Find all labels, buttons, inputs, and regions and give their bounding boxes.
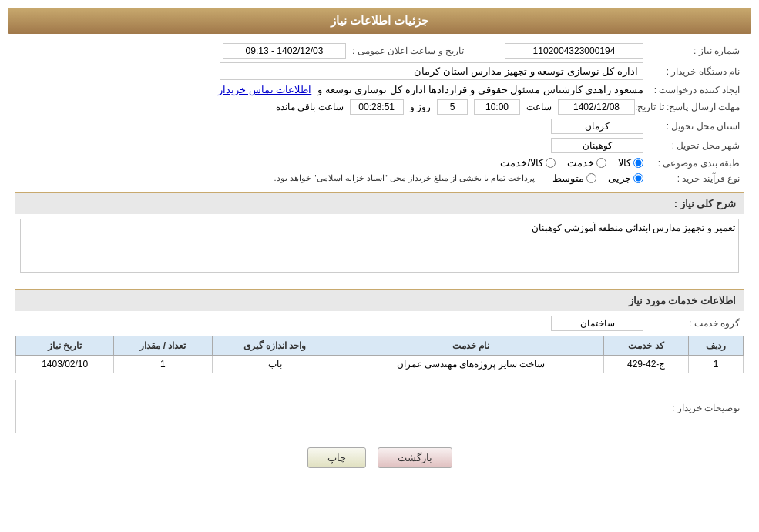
row-noe-farayand: نوع فرآیند خرید : متوسط جزیی پرداخت تمام… <box>15 172 744 184</box>
radio-kala-khadamat[interactable]: کالا/خدمت <box>500 157 556 169</box>
radio-khadamat[interactable]: خدمت <box>567 157 606 169</box>
tabaqe-val: کالا/خدمت خدمت کالا <box>15 157 643 169</box>
radio-kala-label: کالا <box>618 157 631 169</box>
ersal-saat-label: ساعت <box>526 102 552 112</box>
shomare-value: 1102004323000194 <box>505 43 643 59</box>
tosifat-row: توضیحات خریدار : <box>15 380 744 436</box>
shomare-inline: 1102004323000194 تاریخ و ساعت اعلان عموم… <box>15 43 643 59</box>
radio-khadamat-label: خدمت <box>567 157 594 169</box>
ersal-roz: 5 <box>437 99 468 115</box>
table-row: 1ج-42-429ساخت سایر پروژه‌های مهندسی عمرا… <box>16 356 744 373</box>
cell-tarikh: 1403/02/10 <box>16 356 114 373</box>
cell-vahed: باب <box>212 356 338 373</box>
page-header: جزئیات اطلاعات نیاز <box>8 8 751 34</box>
cell-namKhadamat: ساخت سایر پروژه‌های مهندسی عمران <box>338 356 604 373</box>
noe-inline: متوسط جزیی پرداخت تمام یا بخشی از مبلغ خ… <box>15 172 643 184</box>
radio-motovaset-input[interactable] <box>586 173 596 183</box>
ersal-baqi: 00:28:51 <box>350 99 404 115</box>
table-header-row: ردیف کد خدمت نام خدمت واحد اندازه گیری ت… <box>16 336 744 356</box>
noe-radio-group: متوسط جزیی <box>552 172 643 184</box>
row-ijad: ایجاد کننده درخواست : مسعود زاهدی کارشنا… <box>15 84 744 95</box>
col-radif: ردیف <box>688 336 743 356</box>
sharh-koli-section: شرح کلی نیاز : <box>15 192 744 214</box>
sharh-koli-textarea[interactable] <box>20 219 739 273</box>
cell-tedad: 1 <box>114 356 212 373</box>
ersal-baqi-label: ساعت باقی مانده <box>276 102 344 112</box>
sharh-koli-container <box>15 219 744 281</box>
tabaqe-label: طبقه بندی موضوعی : <box>643 158 744 169</box>
tarikh-label: تاریخ و ساعت اعلان عمومی : <box>352 45 468 56</box>
radio-motovaset[interactable]: متوسط <box>552 172 596 184</box>
col-vahed: واحد اندازه گیری <box>212 336 338 356</box>
ijad-value: مسعود زاهدی کارشناس مسئول حقوقی و قراردا… <box>317 84 643 95</box>
namdastgah-val: اداره کل نوسازی توسعه و تجهیز مدارس استا… <box>15 62 643 80</box>
radio-kala-input[interactable] <box>633 158 643 168</box>
tabaqe-radio-group: کالا/خدمت خدمت کالا <box>15 157 643 169</box>
row-shahr: شهر محل تحویل : کوهبنان <box>15 138 744 153</box>
cell-radif: 1 <box>688 356 743 373</box>
shahr-value: کوهبنان <box>551 138 643 153</box>
namdastgah-value: اداره کل نوسازی توسعه و تجهیز مدارس استا… <box>220 62 643 80</box>
table-body: 1ج-42-429ساخت سایر پروژه‌های مهندسی عمرا… <box>16 356 744 373</box>
cell-kodKhadamat: ج-42-429 <box>604 356 689 373</box>
back-button[interactable]: بازگشت <box>378 447 452 468</box>
ijad-val: مسعود زاهدی کارشناس مسئول حقوقی و قراردا… <box>15 84 643 95</box>
shomare-label: شماره نیاز : <box>643 45 744 56</box>
services-table: ردیف کد خدمت نام خدمت واحد اندازه گیری ت… <box>15 336 744 373</box>
buttons-row: بازگشت چاپ <box>15 447 744 468</box>
ettelaat-link[interactable]: اطلاعات تماس خریدار <box>218 84 311 95</box>
row-namdastgah: نام دستگاه خریدار : اداره کل نوسازی توسع… <box>15 62 744 80</box>
ostan-val: کرمان <box>15 119 643 134</box>
print-button[interactable]: چاپ <box>307 447 366 468</box>
radio-kala[interactable]: کالا <box>618 157 643 169</box>
grohe-value: ساختمان <box>551 316 643 331</box>
page-wrapper: جزئیات اطلاعات نیاز شماره نیاز : 1102004… <box>0 0 759 532</box>
radio-jozei-input[interactable] <box>633 173 643 183</box>
ostan-label: استان محل تحویل : <box>643 121 744 132</box>
shahr-label: شهر محل تحویل : <box>643 140 744 151</box>
ersal-inline: 1402/12/08 ساعت 10:00 5 روز و 00:28:51 س… <box>15 99 635 115</box>
khadamat-title-text: اطلاعات خدمات مورد نیاز <box>629 295 736 306</box>
main-content: شماره نیاز : 1102004323000194 تاریخ و سا… <box>8 43 751 468</box>
col-nam: نام خدمت <box>338 336 604 356</box>
ijad-label: ایجاد کننده درخواست : <box>643 85 744 95</box>
noe-val: متوسط جزیی پرداخت تمام یا بخشی از مبلغ خ… <box>15 172 643 184</box>
col-tarikh: تاریخ نیاز <box>16 336 114 356</box>
noe-label: نوع فرآیند خرید : <box>643 173 744 184</box>
row-ostan: استان محل تحویل : کرمان <box>15 119 744 134</box>
tosifat-val <box>15 380 643 436</box>
ostan-value: کرمان <box>551 119 643 134</box>
sharh-koli-label: شرح کلی نیاز : <box>674 198 736 209</box>
ersal-roz-label: روز و <box>410 102 431 112</box>
ersal-label: مهلت ارسال پاسخ: تا تاریخ: <box>635 102 744 112</box>
ersal-val: 1402/12/08 ساعت 10:00 5 روز و 00:28:51 س… <box>15 99 635 115</box>
tosifat-textarea[interactable] <box>15 380 643 433</box>
ersal-date: 1402/12/08 <box>558 99 635 115</box>
radio-jozei[interactable]: جزیی <box>608 172 643 184</box>
tarikh-value: 1402/12/03 - 09:13 <box>223 43 346 59</box>
col-tedad: تعداد / مقدار <box>114 336 212 356</box>
grohe-khadamat-row: گروه خدمت : ساختمان <box>15 316 744 331</box>
ijad-inline: مسعود زاهدی کارشناس مسئول حقوقی و قراردا… <box>15 84 643 95</box>
header-title: جزئیات اطلاعات نیاز <box>331 14 428 27</box>
col-kod: کد خدمت <box>604 336 689 356</box>
khadamat-section-title: اطلاعات خدمات مورد نیاز <box>15 289 744 311</box>
tosifat-label: توضیحات خریدار : <box>643 403 744 413</box>
row-tarikh-ersal: مهلت ارسال پاسخ: تا تاریخ: 1402/12/08 سا… <box>15 99 744 115</box>
radio-motovaset-label: متوسط <box>552 172 584 184</box>
shomare-val-container: 1102004323000194 تاریخ و ساعت اعلان عموم… <box>15 43 643 59</box>
radio-kala-khadamat-input[interactable] <box>546 158 556 168</box>
table-header: ردیف کد خدمت نام خدمت واحد اندازه گیری ت… <box>16 336 744 356</box>
ersal-saat: 10:00 <box>474 99 520 115</box>
radio-khadamat-input[interactable] <box>596 158 606 168</box>
shahr-val: کوهبنان <box>15 138 643 153</box>
radio-jozei-label: جزیی <box>608 172 631 184</box>
radio-kala-khadamat-label: کالا/خدمت <box>500 157 543 169</box>
noe-note: پرداخت تمام یا بخشی از مبلغ خریداز محل "… <box>274 173 535 183</box>
namdastgah-label: نام دستگاه خریدار : <box>643 66 744 77</box>
row-shomare: شماره نیاز : 1102004323000194 تاریخ و سا… <box>15 43 744 59</box>
row-tabaqe: طبقه بندی موضوعی : کالا/خدمت خدمت کالا <box>15 157 744 169</box>
grohe-label: گروه خدمت : <box>643 318 744 329</box>
